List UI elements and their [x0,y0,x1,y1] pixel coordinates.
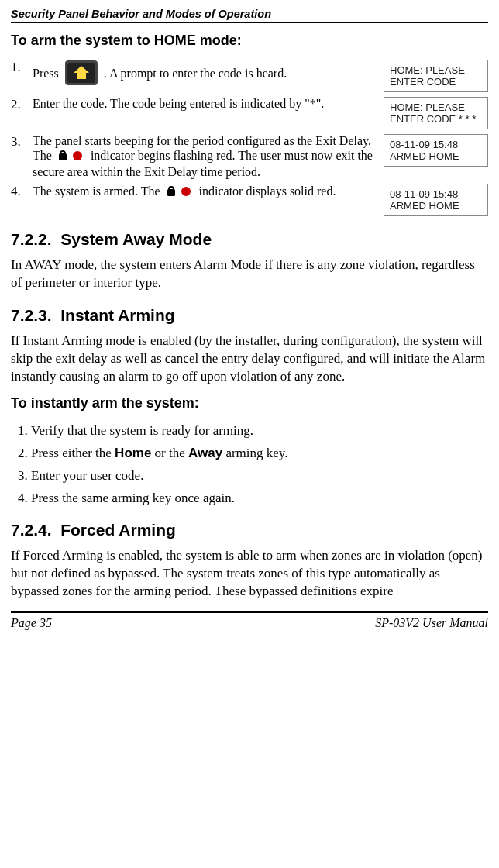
step-number: 2. [11,97,28,112]
svg-point-5 [181,187,191,196]
section-heading: 7.2.4. Forced Arming [11,521,488,539]
instant-arm-subtitle: To instantly arm the system: [11,395,488,412]
list-item: Press the same arming key once again. [31,490,488,508]
body-text: In AWAY mode, the system enters Alarm Mo… [11,257,488,292]
step-number: 4. [11,184,28,199]
list-item: Verify that the system is ready for armi… [31,422,488,440]
instant-arm-steps: Verify that the system is ready for armi… [11,422,488,508]
lock-led-icon [57,148,85,165]
lcd-panel: HOME: PLEASE ENTER CODE [384,60,488,92]
page-number: Page 35 [11,616,52,630]
list-item: Enter your user code. [31,467,488,485]
svg-rect-4 [167,189,175,196]
lock-led-icon [166,184,194,201]
arm-home-title: To arm the system to HOME mode: [11,33,488,49]
step-text: The panel starts beeping for the period … [33,134,377,179]
step-text: Press . A prompt to enter the code is he… [33,60,287,89]
page-footer: Page 35 SP-03V2 User Manual [11,611,488,630]
section-heading: 7.2.2. System Away Mode [11,230,488,249]
list-item: Press either the Home or the Away arming… [31,445,488,463]
step-text: The system is armed. The indicator displ… [33,184,336,201]
step-number: 3. [11,134,28,150]
lcd-panel: 08-11-09 15:48 ARMED HOME [384,134,488,167]
running-header: Security Panel Behavior and Modes of Ope… [11,8,488,23]
body-text: If Instant Arming mode is enabled (by th… [11,332,488,386]
manual-title: SP-03V2 User Manual [375,616,488,630]
section-heading: 7.2.3. Instant Arming [11,306,488,325]
lcd-panel: 08-11-09 15:48 ARMED HOME [384,184,488,216]
home-key-icon [64,60,98,89]
lcd-panel: HOME: PLEASE ENTER CODE * * * [384,97,488,129]
step-number: 1. [11,60,28,75]
svg-rect-2 [59,153,67,160]
step-text: Enter the code. The code being entered i… [33,97,324,111]
body-text: If Forced Arming is enabled, the system … [11,547,488,601]
svg-point-3 [73,151,82,160]
